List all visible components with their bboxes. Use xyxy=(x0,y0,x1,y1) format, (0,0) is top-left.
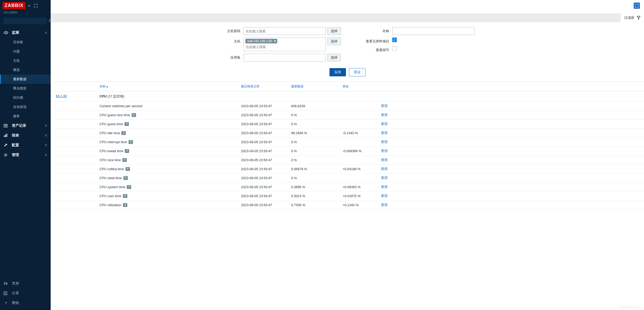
nav-sub-item[interactable]: 问题 xyxy=(0,47,51,56)
nav-sub-item[interactable]: 主机 xyxy=(0,56,51,65)
nav-reports-label: 报表 xyxy=(12,133,19,138)
help-icon[interactable]: ? xyxy=(127,185,131,189)
col-last-value[interactable]: 最新数据 xyxy=(291,84,343,89)
nav-reports[interactable]: 报表 ᐯ xyxy=(0,131,51,140)
row-last-check: 2023-09-05 23:50:47 xyxy=(241,203,291,207)
row-last-check: 2023-09-05 23:50:47 xyxy=(241,158,291,162)
host-input[interactable] xyxy=(245,44,324,50)
host-tag-box[interactable]: web-192.168.1.80 ✕ xyxy=(244,38,326,51)
filter-tab[interactable]: 过滤器 xyxy=(621,13,644,22)
help-icon[interactable]: ? xyxy=(124,122,129,126)
help-icon[interactable]: ? xyxy=(123,194,127,198)
help-icon[interactable]: ? xyxy=(132,113,136,117)
nav-sub-item[interactable]: 最新数据 xyxy=(0,75,51,84)
help-icon[interactable]: ? xyxy=(126,167,130,171)
graph-link[interactable]: 图形 xyxy=(381,104,388,108)
col-host-spacer xyxy=(56,84,100,89)
graph-link[interactable]: 图形 xyxy=(381,113,388,117)
host-select-button[interactable]: 选择 xyxy=(327,38,341,45)
graph-link[interactable]: 图形 xyxy=(381,149,388,153)
row-last-check: 2023-09-05 23:50:47 xyxy=(241,149,291,153)
row-value: 0.3695 % xyxy=(291,185,343,189)
graph-link[interactable]: 图形 xyxy=(381,167,388,171)
table-row: CPU guest time?2023-09-05 23:50:470 %图形 xyxy=(51,120,644,129)
graph-link[interactable]: 图形 xyxy=(381,185,388,189)
show-nodata-checkbox[interactable]: ✓ xyxy=(392,38,397,42)
sidebar-search[interactable] xyxy=(4,18,47,24)
table-row: CPU system time?2023-09-05 23:50:470.369… xyxy=(51,183,644,192)
graph-link[interactable]: 图形 xyxy=(381,203,388,207)
share-icon: Z xyxy=(4,291,8,295)
chevron-down-icon: ᐯ xyxy=(45,124,47,127)
svg-text:Z: Z xyxy=(5,292,6,295)
table-row: Context switches per second2023-09-05 23… xyxy=(51,102,644,111)
col-last-check[interactable]: 最近检查记录 xyxy=(241,84,291,89)
help-icon[interactable]: ? xyxy=(121,131,126,135)
help-icon[interactable]: ? xyxy=(122,158,127,162)
help-icon[interactable]: ? xyxy=(123,176,128,180)
graph-link[interactable]: 图形 xyxy=(381,194,388,198)
nav-sub-item[interactable]: 仪表板 xyxy=(0,38,51,47)
app-select-button[interactable]: 选择 xyxy=(327,54,341,61)
nav-sub-item[interactable]: 自动发现 xyxy=(0,102,51,112)
brand-logo[interactable]: ZABBIX xyxy=(3,2,25,9)
app-input[interactable] xyxy=(244,54,326,61)
apply-button[interactable]: 应用 xyxy=(329,68,346,76)
wrench-icon xyxy=(4,143,8,147)
nav-share[interactable]: Z 分享 xyxy=(0,288,51,298)
name-input[interactable] xyxy=(392,27,475,35)
host-tag-text: web-192.168.1.80 xyxy=(247,39,272,43)
nav-sub-item[interactable]: 聚合图形 xyxy=(0,84,51,93)
svg-rect-6 xyxy=(4,135,5,137)
help-icon[interactable]: ? xyxy=(123,203,127,207)
row-last-check: 2023-09-05 23:50:47 xyxy=(241,113,291,117)
graph-link[interactable]: 图形 xyxy=(381,158,388,162)
nav-inventory-label: 资产记录 xyxy=(12,123,26,128)
row-last-check: 2023-09-05 23:50:47 xyxy=(241,185,291,189)
collapse-icon[interactable]: » xyxy=(28,3,30,8)
graph-link[interactable]: 图形 xyxy=(381,140,388,144)
nav-sub-item[interactable]: 拓扑图 xyxy=(0,93,51,102)
row-action: 图形 xyxy=(381,149,639,153)
sidebar-search-input[interactable] xyxy=(6,19,49,23)
row-last-check: 2023-09-05 23:50:47 xyxy=(241,122,291,126)
host-group-select-button[interactable]: 选择 xyxy=(327,27,341,35)
row-value: 0 % xyxy=(291,149,343,153)
nav-help[interactable]: ? 帮助 xyxy=(0,298,51,308)
item-name: CPU guest nice time xyxy=(100,113,130,117)
nav-config[interactable]: 配置 ᐯ xyxy=(0,140,51,150)
app-label: 应用集 xyxy=(220,54,244,60)
nav-inventory[interactable]: 资产记录 ᐯ xyxy=(0,121,51,131)
row-action: 图形 xyxy=(381,113,639,117)
nav-sub-item[interactable]: 概览 xyxy=(0,65,51,75)
col-change[interactable]: 更改 xyxy=(343,84,381,89)
row-name: CPU utilization? xyxy=(100,203,241,207)
host-group-input[interactable] xyxy=(244,27,326,35)
reset-button[interactable]: 重设 xyxy=(349,68,365,76)
row-action: 图形 xyxy=(381,185,639,189)
nav: 监测 ᐱ 仪表板问题主机概览最新数据聚合图形拓扑图自动发现服务 资产记录 ᐯ 报… xyxy=(0,28,51,160)
nav-monitoring[interactable]: 监测 ᐱ xyxy=(0,28,51,38)
graph-link[interactable]: 图形 xyxy=(381,176,388,180)
nav-support[interactable]: 支持 xyxy=(0,279,51,288)
show-detail-checkbox[interactable] xyxy=(392,46,397,51)
row-action: 图形 xyxy=(381,167,639,171)
nav-admin-label: 管理 xyxy=(12,153,19,157)
nav-admin[interactable]: 管理 ᐯ xyxy=(0,150,51,160)
nav-sub-item[interactable]: 服务 xyxy=(0,112,51,121)
help-icon[interactable]: ? xyxy=(129,140,133,144)
item-name: CPU idle time xyxy=(100,131,120,135)
row-action: 图形 xyxy=(381,140,639,144)
host-tag-remove-icon[interactable]: ✕ xyxy=(274,39,276,43)
server-name: luo-zabbix xyxy=(0,10,51,17)
row-value: 0.7306 % xyxy=(291,203,343,207)
graph-link[interactable]: 图形 xyxy=(381,131,388,135)
fullscreen-button[interactable] xyxy=(634,3,640,9)
group-host-link[interactable]: 68.1.80 xyxy=(56,94,100,99)
item-name: CPU system time xyxy=(100,185,125,189)
graph-link[interactable]: 图形 xyxy=(381,122,388,126)
help-icon[interactable]: ? xyxy=(125,149,129,153)
col-name[interactable]: 名称 ▴ xyxy=(100,84,241,89)
row-action: 图形 xyxy=(381,176,639,180)
kiosk-small-icon[interactable] xyxy=(34,4,38,7)
